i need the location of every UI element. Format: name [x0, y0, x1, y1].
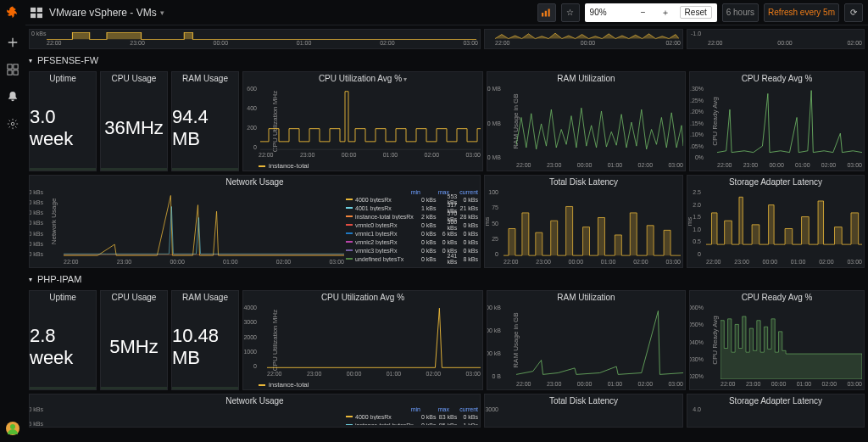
legend-row[interactable]: 4000 bytesRx0 kBs83 kBs0 kBs	[346, 412, 478, 421]
panel-disk-lat-pi[interactable]: Total Disk Latency 3000	[484, 394, 683, 428]
legend-row[interactable]: vmnic0 bytesRx0 kBs306 kBs0 kBs	[346, 221, 478, 229]
panel-title[interactable]: RAM Usage	[172, 291, 238, 304]
panel-uptime-pi[interactable]: Uptime 2.8 week	[29, 290, 97, 390]
avatar-icon[interactable]	[6, 422, 19, 435]
panel-title[interactable]: CPU Utilization Avg %	[243, 291, 482, 304]
svg-point-6	[10, 424, 15, 429]
panel-ram-util-pi[interactable]: RAM Utilization RAM Usage in GB 600 kB40…	[487, 290, 686, 390]
chevron-down-icon: ▾	[29, 57, 32, 64]
gear-icon[interactable]	[6, 117, 19, 131]
panel-title[interactable]: Network Usage	[30, 394, 480, 407]
panel-disk-lat-pf[interactable]: Total Disk Latency ms 1007550250 22:0023…	[484, 175, 683, 268]
panel-title[interactable]: Uptime	[30, 291, 96, 304]
legend-row[interactable]: instance-total bytesRx0 kBs85 kBs1 kBs	[346, 421, 478, 425]
panel-ram-util-pf[interactable]: RAM Utilization RAM Usage in GB 200 MB10…	[487, 71, 686, 171]
panel-ram-pi[interactable]: RAM Usage 10.48 MB	[171, 290, 239, 390]
chart-area: 1007550250 22:0023:0000:0001:0002:0003:0…	[485, 187, 682, 267]
section-title: PFSENSE-FW	[37, 55, 98, 65]
chart-area: 6004002000 22:0023:0000:0001:0002:0003:0…	[243, 84, 482, 160]
dashboards-icon[interactable]	[6, 63, 19, 76]
refresh-interval-button[interactable]: Refresh every 5m	[764, 3, 839, 22]
panel-cpu-util-pi[interactable]: CPU Utilization Avg % CPU Utilization MH…	[242, 290, 483, 390]
chevron-down-icon: ▾	[29, 276, 32, 283]
svg-rect-9	[31, 13, 36, 17]
svg-rect-8	[37, 7, 42, 11]
panel-icon	[31, 7, 42, 19]
panel-title[interactable]: CPU Ready Avg %	[690, 291, 864, 304]
panel-title[interactable]: Total Disk Latency	[485, 176, 682, 188]
stat-value: 5MHz	[109, 336, 158, 358]
table-row: 0 kBs 22:0023:0000:0001:0002:0003:00 22:…	[29, 29, 865, 49]
panel-title[interactable]: RAM Utilization	[487, 291, 685, 304]
refresh-button[interactable]: ⟳	[844, 3, 863, 22]
sidebar	[0, 0, 25, 442]
panel-cpu-pi[interactable]: CPU Usage 5MHz	[100, 290, 168, 390]
add-panel-button[interactable]	[537, 3, 556, 22]
grafana-logo-icon[interactable]	[5, 5, 20, 22]
chart-area: 200 MB100 MB0 MB 22:0023:0000:0001:0002:…	[487, 84, 685, 171]
svg-rect-7	[31, 7, 36, 11]
panel-title[interactable]: CPU Ready Avg %	[690, 72, 864, 85]
panel-mini-mid: 22:0000:0002:00	[484, 29, 683, 49]
zoom-out-button[interactable]: −	[636, 5, 651, 20]
legend-row[interactable]: instance-total bytesRx2 kBs570 kBs28 kBs	[346, 212, 478, 221]
legend-row[interactable]: vmnic3 bytesRx0 kBs0 kBs0 kBs	[346, 246, 478, 255]
panel-title[interactable]: CPU Usage	[101, 291, 167, 304]
zoom-toolbar: 90% − ＋ Reset	[585, 3, 717, 22]
svg-rect-10	[37, 13, 42, 17]
panel-ram-pf[interactable]: RAM Usage 94.4 MB	[171, 71, 239, 171]
chart-area: 0.060%0.050%0.040%0.030%0.020% 22:0023:0…	[690, 303, 864, 389]
chart-legend: instance-total	[259, 381, 309, 389]
panel-net-pf[interactable]: Network Usage Network Usage 600 kBs500 k…	[29, 175, 481, 268]
panel-cpu-pf[interactable]: CPU Usage 36MHz	[100, 71, 168, 171]
stat-value: 3.0 week	[30, 106, 96, 150]
panel-cpu-ready-pi[interactable]: CPU Ready Avg % CPU Ready Avg 0.060%0.05…	[689, 290, 865, 390]
chart-area: 4.0	[687, 406, 864, 427]
stat-value: 94.4 MB	[172, 106, 238, 150]
panel-title[interactable]: CPU Usage	[101, 72, 167, 85]
row-header-pfsense[interactable]: ▾ PFSENSE-FW	[29, 53, 865, 68]
legend-row[interactable]: 4001 bytesRx1 kBs317 kBs21 kBs	[346, 204, 478, 212]
row-header-phpipam[interactable]: ▾ PHP-IPAM	[29, 271, 865, 287]
chart-legend: instance-total	[259, 162, 309, 170]
legend-row[interactable]: 4000 bytesRx0 kBs553 kBs0 kBs	[346, 195, 478, 204]
legend-row[interactable]: undefined bytesTx0 kBs241 kBs8 kBs	[346, 255, 478, 263]
svg-point-4	[11, 122, 14, 126]
svg-rect-11	[542, 13, 543, 17]
zoom-reset-button[interactable]: Reset	[680, 6, 712, 19]
bell-icon[interactable]	[6, 90, 19, 104]
panel-cpu-ready-pf[interactable]: CPU Ready Avg % CPU Ready Avg 0.30%0.25%…	[689, 71, 865, 171]
panel-title[interactable]: Network Usage	[30, 176, 480, 188]
zoom-in-button[interactable]: ＋	[658, 5, 673, 20]
stat-value: 2.8 week	[30, 325, 96, 369]
panel-title[interactable]: RAM Usage	[172, 72, 238, 85]
chart-legend-side: minmaxcurrent4000 bytesRx0 kBs553 kBs0 k…	[346, 189, 478, 266]
panel-title[interactable]: Total Disk Latency	[485, 394, 682, 407]
panel-cpu-util-pf[interactable]: CPU Utilization Avg %▾ CPU Utilization M…	[242, 71, 483, 171]
chart-area: 0.30%0.25%0.20%0.15%0.10%0.05%0% 22:0023…	[690, 84, 864, 171]
time-range-button[interactable]: 6 hours	[722, 3, 759, 22]
panel-mini-left: 0 kBs 22:0023:0000:0001:0002:0003:00	[29, 29, 481, 49]
svg-rect-12	[544, 10, 546, 16]
panel-stor-lat-pi[interactable]: Storage Adapter Latency 4.0	[687, 394, 865, 428]
panel-net-pi[interactable]: Network Usage 100 kBs75 kBs minmaxcurren…	[29, 394, 481, 428]
panel-uptime-pf[interactable]: Uptime 3.0 week	[29, 71, 97, 171]
chart-area: 600 kB400 kB200 kB0 B 22:0023:0000:0001:…	[487, 303, 685, 389]
dashboard-title: VMware vSphere - VMs	[49, 7, 157, 19]
plus-icon[interactable]	[6, 36, 19, 49]
panel-title[interactable]: RAM Utilization	[487, 72, 685, 85]
breadcrumb[interactable]: VMware vSphere - VMs ▾	[49, 7, 164, 19]
panel-stor-lat-pf[interactable]: Storage Adapter Latency ms 2.52.01.51.00…	[687, 175, 865, 268]
zoom-value: 90%	[590, 8, 607, 17]
panel-title[interactable]: CPU Utilization Avg %▾	[243, 72, 482, 85]
panel-title[interactable]: Storage Adapter Latency	[687, 176, 864, 188]
svg-rect-1	[14, 64, 18, 69]
legend-row[interactable]: vmnic2 bytesRx0 kBs0 kBs0 kBs	[346, 238, 478, 246]
legend-row[interactable]: vmnic1 bytesRx0 kBs6 kBs0 kBs	[346, 229, 478, 238]
section-title: PHP-IPAM	[37, 274, 81, 284]
star-button[interactable]: ☆	[561, 3, 580, 22]
dashboard-grid: 0 kBs 22:0023:0000:0001:0002:0003:00 22:…	[25, 25, 868, 442]
panel-title[interactable]: Storage Adapter Latency	[687, 394, 864, 407]
panel-title[interactable]: Uptime	[30, 72, 96, 85]
top-toolbar: VMware vSphere - VMs ▾ ☆ 90% − ＋ Reset 6…	[25, 0, 868, 25]
